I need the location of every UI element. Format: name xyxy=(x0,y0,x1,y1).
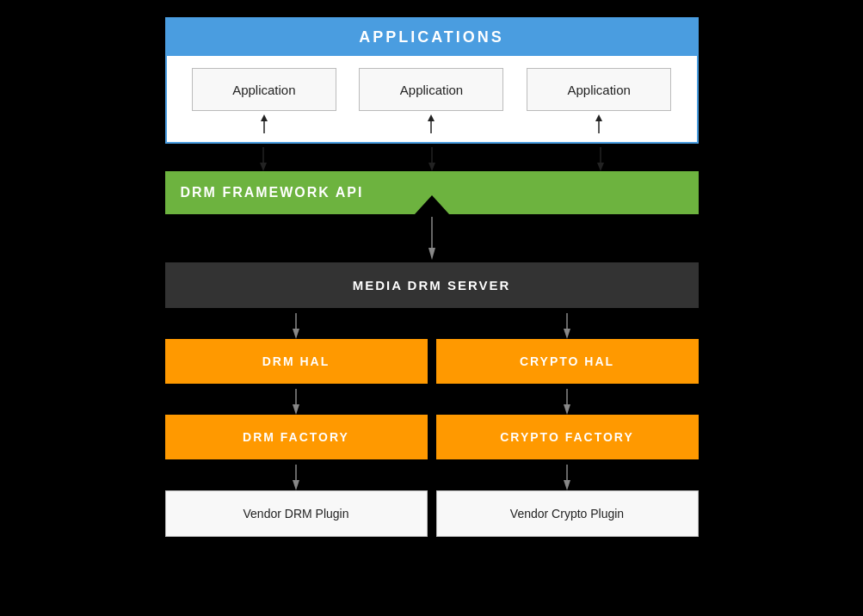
app-box-1: Application xyxy=(192,68,336,111)
drm-hal-box: DRM HAL xyxy=(165,339,428,384)
vendor-arrow-left xyxy=(290,465,302,490)
svg-marker-25 xyxy=(564,480,570,490)
svg-marker-19 xyxy=(293,404,299,415)
svg-marker-13 xyxy=(428,248,435,260)
vendor-row: Vendor DRM Plugin Vendor Crypto Plugin xyxy=(165,490,699,537)
hal-row: DRM HAL CRYPTO HAL xyxy=(165,339,699,384)
applications-header: APPLICATIONS xyxy=(167,19,697,56)
svg-marker-9 xyxy=(428,163,435,171)
drm-factory-box: DRM FACTORY xyxy=(165,415,428,459)
crypto-factory-box: CRYPTO FACTORY xyxy=(436,415,699,459)
svg-marker-11 xyxy=(597,163,604,171)
svg-marker-5 xyxy=(595,114,602,121)
hal-arrow-left xyxy=(290,313,302,339)
svg-marker-17 xyxy=(564,329,570,339)
svg-marker-1 xyxy=(261,114,268,121)
up-arrow-3 xyxy=(593,114,605,133)
drm-framework-bar: DRM FRAMEWORK API xyxy=(165,171,699,214)
crypto-hal-box: CRYPTO HAL xyxy=(436,339,699,384)
up-arrow-1 xyxy=(258,114,270,133)
applications-block: APPLICATIONS Application Application App… xyxy=(165,17,699,144)
app-box-3: Application xyxy=(527,68,671,111)
app-box-2: Application xyxy=(359,68,503,111)
vendor-arrow-right xyxy=(561,465,573,490)
down-arrow-1 xyxy=(257,147,269,171)
svg-marker-23 xyxy=(293,480,299,490)
drm-framework-label: DRM FRAMEWORK API xyxy=(181,185,364,200)
vendor-drm-plugin-box: Vendor DRM Plugin xyxy=(165,490,428,537)
factory-arrow-left xyxy=(290,389,302,415)
down-arrow-3 xyxy=(595,147,607,171)
svg-marker-3 xyxy=(428,114,435,121)
svg-marker-7 xyxy=(260,163,267,171)
factory-arrow-right xyxy=(561,389,573,415)
hal-arrow-right xyxy=(561,313,573,339)
factory-row: DRM FACTORY CRYPTO FACTORY xyxy=(165,415,699,459)
up-arrow-2 xyxy=(425,114,437,133)
svg-marker-15 xyxy=(293,329,299,339)
media-drm-server: MEDIA DRM SERVER xyxy=(165,262,699,308)
vendor-crypto-plugin-box: Vendor Crypto Plugin xyxy=(436,490,699,537)
down-arrow-2 xyxy=(426,147,438,171)
svg-marker-21 xyxy=(564,404,570,415)
center-arrow-down xyxy=(426,217,438,260)
